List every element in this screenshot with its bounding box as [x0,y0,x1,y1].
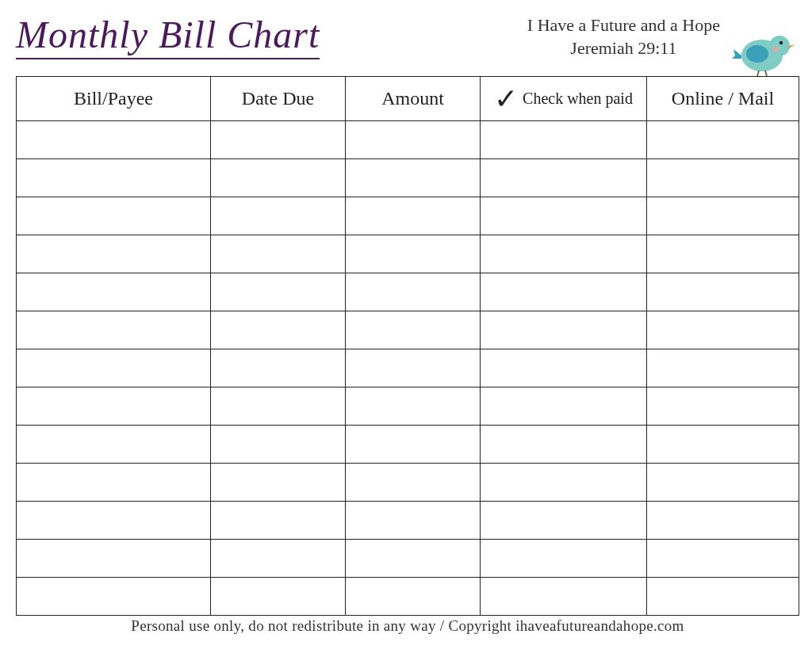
table-row [17,159,799,197]
table-cell [17,197,211,235]
footer-text: Personal use only, do not redistribute i… [16,617,799,635]
table-cell [17,311,211,349]
table-cell [211,502,346,540]
table-cell [481,387,647,426]
table-cell [211,159,346,197]
svg-point-3 [779,41,783,44]
table-cell [17,578,211,616]
bird-icon [732,29,799,76]
table-cell [346,349,481,387]
table-cell [17,540,211,578]
table-cell [346,426,481,464]
column-header-online-mail: Online / Mail [647,77,799,121]
table-row [17,426,799,464]
svg-point-1 [769,36,790,56]
bill-table: Bill/Payee Date Due Amount ✓ Check when … [16,76,799,616]
table-cell [346,464,481,502]
table-header-row: Bill/Payee Date Due Amount ✓ Check when … [17,77,799,121]
table-cell [481,349,647,387]
table-cell [481,311,647,349]
svg-line-6 [765,71,767,76]
checkmark-icon: ✓ [494,85,518,113]
check-header-text: Check when paid [523,90,633,107]
table-cell [17,349,211,387]
table-cell [346,235,481,273]
table-cell [346,159,481,197]
table-cell [647,502,799,540]
table-cell [481,426,647,464]
column-header-date-due: Date Due [211,77,346,121]
table-cell [211,235,346,273]
table-row [17,464,799,502]
table-cell [647,121,799,159]
table-row [17,502,799,540]
table-cell [17,464,211,502]
quote-line-2: Jeremiah 29:11 [527,37,720,60]
table-row [17,387,799,426]
column-header-check: ✓ Check when paid [481,77,647,121]
table-cell [17,159,211,197]
table-cell [211,273,346,311]
header-quote: I Have a Future and a Hope Jeremiah 29:1… [527,14,720,59]
table-cell [647,235,799,273]
table-cell [211,426,346,464]
table-cell [481,235,647,273]
table-cell [647,349,799,387]
table-cell [647,387,799,426]
table-cell [481,121,647,159]
table-cell [346,578,481,616]
table-cell [481,464,647,502]
table-row [17,197,799,235]
table-cell [17,502,211,540]
table-cell [17,273,211,311]
table-cell [17,235,211,273]
svg-point-4 [773,47,779,52]
table-cell [481,159,647,197]
table-cell [481,540,647,578]
table-cell [17,426,211,464]
table-row [17,273,799,311]
table-cell [647,426,799,464]
svg-point-2 [746,45,768,63]
table-row [17,235,799,273]
table-cell [647,464,799,502]
table-cell [481,273,647,311]
table-cell [211,464,346,502]
table-cell [481,578,647,616]
table-cell [346,387,481,426]
table-cell [647,197,799,235]
table-cell [346,121,481,159]
svg-line-5 [757,71,759,76]
column-header-amount: Amount [346,77,481,121]
table-cell [346,197,481,235]
table-row [17,540,799,578]
quote-line-1: I Have a Future and a Hope [527,14,720,37]
table-cell [346,502,481,540]
table-row [17,121,799,159]
table-cell [481,502,647,540]
table-cell [647,578,799,616]
table-row [17,311,799,349]
table-cell [211,311,346,349]
table-cell [211,387,346,426]
table-cell [647,159,799,197]
table-cell [647,311,799,349]
column-header-payee: Bill/Payee [17,77,211,121]
table-row [17,349,799,387]
table-cell [346,540,481,578]
table-cell [647,540,799,578]
table-cell [17,121,211,159]
table-cell [211,121,346,159]
table-cell [211,197,346,235]
table-cell [211,349,346,387]
header: Monthly Bill Chart I Have a Future and a… [16,14,799,70]
table-cell [17,387,211,426]
table-cell [211,578,346,616]
page-title: Monthly Bill Chart [16,14,320,59]
table-cell [481,197,647,235]
table-cell [346,311,481,349]
table-cell [346,273,481,311]
table-cell [647,273,799,311]
table-cell [211,540,346,578]
table-row [17,578,799,616]
